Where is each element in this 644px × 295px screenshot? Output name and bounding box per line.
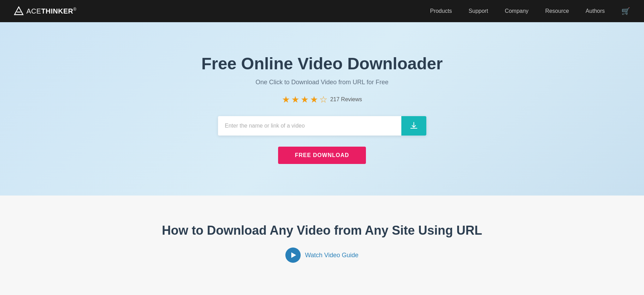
star-half: ☆ [319, 94, 327, 105]
hero-title: Free Online Video Downloader [201, 54, 443, 73]
free-download-button[interactable]: FREE DOWNLOAD [278, 147, 366, 164]
play-icon [291, 252, 296, 258]
cart-icon[interactable]: 🛒 [621, 7, 630, 15]
search-input[interactable] [218, 116, 401, 136]
reviews-count: 217 Reviews [330, 96, 362, 103]
star-3: ★ [301, 94, 309, 105]
logo-icon [14, 6, 24, 16]
watch-guide[interactable]: Watch Video Guide [14, 248, 630, 263]
hero-section: Free Online Video Downloader One Click t… [0, 22, 644, 196]
nav-item-company[interactable]: Company [505, 8, 528, 14]
hero-subtitle: One Click to Download Video from URL for… [256, 79, 388, 86]
search-button[interactable] [401, 116, 426, 136]
stars-container: ★ ★ ★ ★ ☆ 217 Reviews [282, 94, 362, 105]
section-title: How to Download Any Video from Any Site … [14, 223, 630, 238]
logo-text: ACETHINKER® [26, 7, 76, 15]
star-2: ★ [291, 94, 299, 105]
svg-marker-0 [15, 7, 23, 15]
nav-item-authors[interactable]: Authors [586, 8, 605, 14]
watch-guide-label: Watch Video Guide [305, 252, 358, 259]
navbar-nav: Products Support Company Resource Author… [430, 7, 630, 15]
logo[interactable]: ACETHINKER® [14, 6, 76, 16]
stars: ★ ★ ★ ★ ☆ [282, 94, 327, 105]
nav-item-products[interactable]: Products [430, 8, 452, 14]
star-4: ★ [310, 94, 318, 105]
navbar: ACETHINKER® Products Support Company Res… [0, 0, 644, 22]
nav-item-resource[interactable]: Resource [545, 8, 569, 14]
lower-section: How to Download Any Video from Any Site … [0, 196, 644, 295]
nav-item-support[interactable]: Support [469, 8, 488, 14]
play-circle [285, 248, 301, 263]
search-container [218, 116, 426, 136]
star-1: ★ [282, 94, 290, 105]
download-icon [410, 122, 418, 130]
